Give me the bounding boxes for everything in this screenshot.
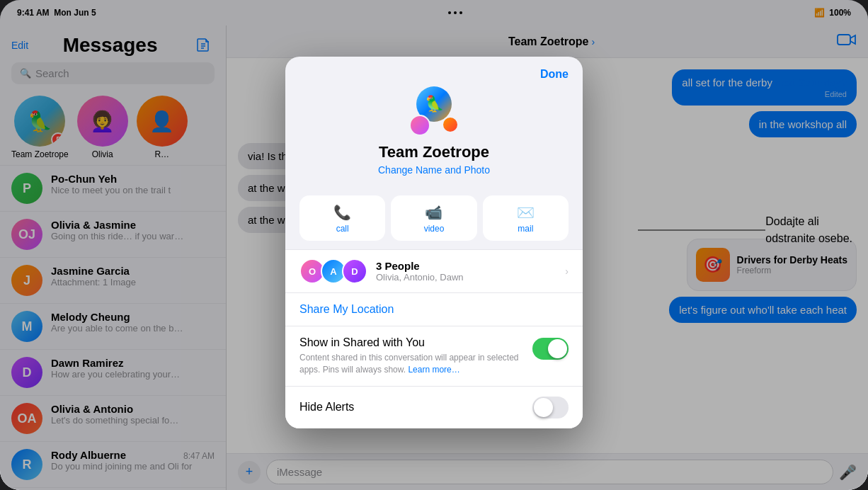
group-name: Team Zoetrope: [379, 143, 489, 161]
toggle-knob: [548, 339, 567, 358]
call-label: call: [336, 224, 349, 234]
video-icon: 📹: [425, 204, 442, 221]
modal-overlay[interactable]: Done 🦜 Team Zoetrope Change Name and Pho…: [0, 0, 868, 490]
video-label: video: [424, 224, 445, 234]
hide-alerts-row: Hide Alerts: [285, 386, 583, 428]
people-info: 3 People Olivia, Antonio, Dawn: [376, 260, 565, 283]
learn-more-link[interactable]: Learn more…: [408, 365, 459, 375]
hide-alerts-label: Hide Alerts: [299, 401, 524, 414]
group-info-modal: Done 🦜 Team Zoetrope Change Name and Pho…: [285, 57, 583, 428]
video-button[interactable]: 📹 video: [391, 195, 476, 241]
show-in-shared-toggle[interactable]: [532, 338, 569, 360]
group-avatar-cluster: 🦜: [409, 86, 459, 136]
action-buttons-row: 📞 call 📹 video ✉️ mail: [285, 187, 583, 249]
group-info-section: 🦜 Team Zoetrope Change Name and Photo: [285, 86, 583, 187]
hide-alerts-toggle[interactable]: [532, 397, 569, 418]
show-in-shared-row: Show in Shared with You Content shared i…: [285, 326, 583, 386]
people-count: 3 People: [376, 260, 565, 272]
mail-label: mail: [518, 224, 533, 234]
modal-header: Done: [285, 57, 583, 86]
share-location-text: Share My Location: [299, 303, 394, 315]
people-row[interactable]: O A D 3 People Olivia, Antonio, Dawn ›: [285, 249, 583, 292]
group-avatar-sub1: [409, 115, 430, 136]
person-avatar-3: D: [342, 258, 367, 284]
toggle-knob-off: [534, 398, 553, 417]
change-name-photo-link[interactable]: Change Name and Photo: [378, 164, 490, 176]
done-button[interactable]: Done: [540, 68, 569, 81]
chevron-right-icon: ›: [565, 266, 569, 277]
mail-button[interactable]: ✉️ mail: [483, 195, 569, 241]
group-avatar-sub2: [442, 116, 459, 133]
show-in-shared-label: Show in Shared with You: [299, 336, 524, 349]
call-icon: 📞: [333, 204, 351, 221]
call-button[interactable]: 📞 call: [299, 195, 385, 241]
people-avatars: O A D: [299, 258, 367, 284]
ipad-frame: 9:41 AM Mon Jun 5 📶 100% Edit Messages: [0, 0, 868, 490]
show-in-shared-desc: Content shared in this conversation will…: [299, 352, 524, 376]
people-names: Olivia, Antonio, Dawn: [376, 272, 565, 283]
mail-icon: ✉️: [517, 204, 535, 221]
show-in-shared-info: Show in Shared with You Content shared i…: [299, 336, 524, 376]
share-location-row[interactable]: Share My Location: [285, 292, 583, 326]
